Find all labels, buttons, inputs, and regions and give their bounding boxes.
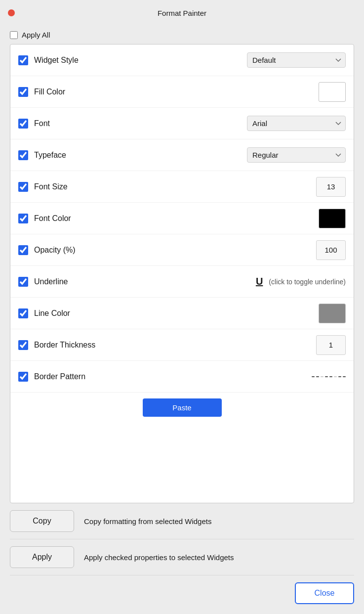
checkbox-typeface[interactable] <box>18 150 28 160</box>
control-border-thickness <box>316 335 346 355</box>
dash-segment <box>334 376 337 377</box>
select-typeface[interactable]: RegularBoldItalicBold Italic <box>247 147 346 163</box>
prop-row-opacity: Opacity (%) <box>10 234 354 266</box>
prop-row-font-size: Font Size <box>10 171 354 203</box>
prop-row-line-color: Line Color <box>10 298 354 329</box>
apply-all-checkbox[interactable] <box>10 31 18 39</box>
number-input-opacity[interactable] <box>316 240 346 260</box>
checkbox-font[interactable] <box>18 119 28 129</box>
control-line-color <box>319 304 346 323</box>
underline-toggle[interactable]: U <box>256 276 263 287</box>
prop-row-underline: UnderlineU(click to toggle underline) <box>10 266 354 298</box>
copy-action-row: Copy Copy formatting from selected Widge… <box>10 503 354 539</box>
number-input-border-thickness[interactable] <box>316 335 346 355</box>
select-widget-style[interactable]: DefaultCustom <box>247 52 346 68</box>
prop-row-font-color: Font Color <box>10 203 354 234</box>
apply-button[interactable]: Apply <box>10 546 74 568</box>
dash-segment <box>343 376 346 377</box>
control-font-color <box>319 209 346 228</box>
prop-row-border-pattern: Border Pattern <box>10 361 354 393</box>
checkbox-line-color[interactable] <box>18 308 28 318</box>
apply-all-label: Apply All <box>22 31 50 39</box>
checkbox-border-thickness[interactable] <box>18 340 28 350</box>
bottom-area: Copy Copy formatting from selected Widge… <box>0 503 364 614</box>
apply-action-row: Apply Apply checked properties to select… <box>10 539 354 575</box>
label-border-pattern: Border Pattern <box>34 372 312 381</box>
label-border-thickness: Border Thickness <box>34 341 316 350</box>
color-swatch-fill-color[interactable] <box>319 82 346 102</box>
label-typeface: Typeface <box>34 151 247 160</box>
control-widget-style: DefaultCustom <box>247 52 346 68</box>
label-fill-color: Fill Color <box>34 88 319 96</box>
control-border-pattern <box>312 376 346 377</box>
checkbox-widget-style[interactable] <box>18 55 28 65</box>
label-font-color: Font Color <box>34 214 319 223</box>
prop-row-font: FontArialHelveticaTimes New RomanCourier… <box>10 108 354 139</box>
dash-segment <box>338 376 341 377</box>
control-underline: U(click to toggle underline) <box>256 276 346 287</box>
control-opacity <box>316 240 346 260</box>
apply-description: Apply checked properties to selected Wid… <box>84 553 234 562</box>
dash-segment <box>321 376 324 377</box>
prop-row-typeface: TypefaceRegularBoldItalicBold Italic <box>10 139 354 171</box>
paste-button[interactable]: Paste <box>143 398 222 417</box>
checkbox-font-color[interactable] <box>18 214 28 223</box>
window-title: Format Painter <box>158 9 206 17</box>
color-swatch-line-color[interactable] <box>319 304 346 323</box>
label-underline: Underline <box>34 277 256 286</box>
label-font: Font <box>34 119 247 128</box>
underline-control: U(click to toggle underline) <box>256 276 346 287</box>
copy-button[interactable]: Copy <box>10 510 74 532</box>
color-swatch-font-color[interactable] <box>319 209 346 228</box>
prop-row-fill-color: Fill Color <box>10 76 354 108</box>
paste-btn-container: Paste <box>10 393 354 425</box>
dash-segment <box>312 376 315 377</box>
dash-segment <box>316 376 319 377</box>
prop-row-widget-style: Widget StyleDefaultCustom <box>10 44 354 76</box>
control-typeface: RegularBoldItalicBold Italic <box>247 147 346 163</box>
checkbox-underline[interactable] <box>18 277 28 287</box>
close-button[interactable]: Close <box>295 582 354 604</box>
control-font: ArialHelveticaTimes New RomanCourier New <box>247 116 346 131</box>
prop-row-border-thickness: Border Thickness <box>10 329 354 361</box>
dash-segment <box>329 376 332 377</box>
select-font[interactable]: ArialHelveticaTimes New RomanCourier New <box>247 116 346 131</box>
control-font-size <box>316 177 346 197</box>
label-font-size: Font Size <box>34 182 316 191</box>
copy-description: Copy formatting from selected Widgets <box>84 517 211 526</box>
properties-panel: Widget StyleDefaultCustomFill ColorFontA… <box>10 44 354 503</box>
close-traffic-light[interactable] <box>8 9 15 16</box>
label-line-color: Line Color <box>34 309 319 318</box>
number-input-font-size[interactable] <box>316 177 346 197</box>
checkbox-border-pattern[interactable] <box>18 372 28 382</box>
apply-all-row: Apply All <box>0 26 364 44</box>
title-bar: Format Painter <box>0 0 364 26</box>
underline-hint: (click to toggle underline) <box>269 278 346 286</box>
checkbox-fill-color[interactable] <box>18 87 28 97</box>
label-opacity: Opacity (%) <box>34 246 316 255</box>
label-widget-style: Widget Style <box>34 56 247 65</box>
checkbox-opacity[interactable] <box>18 245 28 255</box>
close-row: Close <box>10 575 354 614</box>
control-fill-color <box>319 82 346 102</box>
border-pattern-control[interactable] <box>312 376 346 377</box>
checkbox-font-size[interactable] <box>18 182 28 192</box>
dash-segment <box>325 376 328 377</box>
